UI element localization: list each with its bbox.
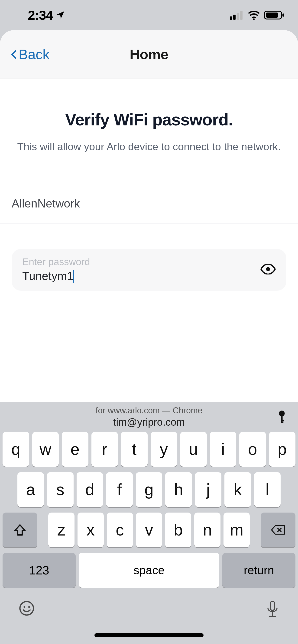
chevron-left-icon <box>9 50 19 59</box>
backspace-icon <box>270 524 286 536</box>
back-button[interactable]: Back <box>9 46 50 62</box>
emoji-key-icon[interactable] <box>19 600 35 616</box>
key-o[interactable]: o <box>239 432 266 467</box>
key-t[interactable]: t <box>121 432 148 467</box>
key-n[interactable]: n <box>194 512 220 547</box>
svg-rect-11 <box>281 420 284 422</box>
password-placeholder: Enter password <box>22 256 260 268</box>
network-name: AllenNetwork <box>12 197 286 210</box>
text-cursor <box>73 270 74 283</box>
svg-rect-2 <box>237 13 239 20</box>
svg-point-8 <box>266 267 270 271</box>
return-key[interactable]: return <box>222 553 295 588</box>
svg-rect-3 <box>240 11 242 20</box>
key-c[interactable]: c <box>107 512 133 547</box>
page-subhead: This will allow your Arlo device to conn… <box>0 141 298 153</box>
svg-rect-18 <box>270 601 275 610</box>
key-h[interactable]: h <box>165 472 192 507</box>
svg-rect-6 <box>266 12 278 18</box>
key-w[interactable]: w <box>32 432 59 467</box>
key-m[interactable]: m <box>223 512 250 547</box>
keyboard-row-3: z x c v b n m <box>0 512 298 547</box>
shift-icon <box>13 523 27 537</box>
network-row: AllenNetwork <box>0 197 298 224</box>
password-value: Tunetym1 <box>22 270 73 283</box>
svg-rect-0 <box>230 16 232 20</box>
battery-icon <box>264 10 284 20</box>
autofill-account: tim@yripro.com <box>113 416 185 428</box>
svg-point-16 <box>24 606 25 608</box>
key-r[interactable]: r <box>91 432 118 467</box>
page-headline: Verify WiFi password. <box>0 110 298 129</box>
key-f[interactable]: f <box>106 472 133 507</box>
status-bar: 2:34 <box>0 0 298 30</box>
autofill-bar[interactable]: for www.arlo.com — Chrome tim@yripro.com <box>0 402 298 432</box>
keyboard-row-1: q w e r t y u i o p <box>0 432 298 467</box>
key-d[interactable]: d <box>77 472 103 507</box>
wifi-icon <box>247 10 260 20</box>
autofill-context: for www.arlo.com — Chrome <box>96 406 202 416</box>
home-indicator[interactable] <box>95 633 203 637</box>
key-g[interactable]: g <box>136 472 162 507</box>
keyboard-row-4: 123 space return <box>0 553 298 588</box>
key-i[interactable]: i <box>210 432 236 467</box>
key-b[interactable]: b <box>165 512 191 547</box>
svg-rect-12 <box>281 422 283 423</box>
key-e[interactable]: e <box>62 432 88 467</box>
svg-point-17 <box>28 606 30 608</box>
key-l[interactable]: l <box>254 472 280 507</box>
cellular-icon <box>230 10 244 20</box>
key-y[interactable]: y <box>151 432 177 467</box>
key-u[interactable]: u <box>180 432 207 467</box>
key-s[interactable]: s <box>47 472 73 507</box>
eye-icon <box>260 264 276 274</box>
show-password-button[interactable] <box>260 264 276 276</box>
dictation-key-icon[interactable] <box>265 600 279 618</box>
space-key[interactable]: space <box>79 553 219 588</box>
backspace-key[interactable] <box>261 512 295 547</box>
key-p[interactable]: p <box>269 432 296 467</box>
password-field[interactable]: Enter password Tunetym1 <box>12 249 286 291</box>
svg-point-4 <box>253 18 255 20</box>
keyboard: for www.arlo.com — Chrome tim@yripro.com… <box>0 402 298 644</box>
content-area: Verify WiFi password. This will allow yo… <box>0 79 298 402</box>
svg-rect-7 <box>282 14 284 17</box>
keyboard-row-2: a s d f g h j k l <box>0 472 298 507</box>
svg-rect-1 <box>233 14 235 20</box>
key-v[interactable]: v <box>136 512 162 547</box>
location-icon <box>55 10 66 20</box>
shift-key[interactable] <box>3 512 37 547</box>
back-label: Back <box>19 46 50 62</box>
numbers-key[interactable]: 123 <box>3 553 76 588</box>
key-z[interactable]: z <box>48 512 75 547</box>
divider <box>271 410 271 424</box>
svg-point-9 <box>279 410 284 416</box>
key-q[interactable]: q <box>3 432 29 467</box>
key-j[interactable]: j <box>195 472 221 507</box>
keyboard-footer <box>0 593 298 644</box>
passwords-key-icon[interactable] <box>277 410 287 423</box>
key-x[interactable]: x <box>78 512 104 547</box>
key-a[interactable]: a <box>18 472 44 507</box>
nav-bar: Back Home <box>0 30 298 79</box>
svg-point-15 <box>20 602 34 615</box>
status-time: 2:34 <box>28 8 53 23</box>
key-k[interactable]: k <box>224 472 251 507</box>
